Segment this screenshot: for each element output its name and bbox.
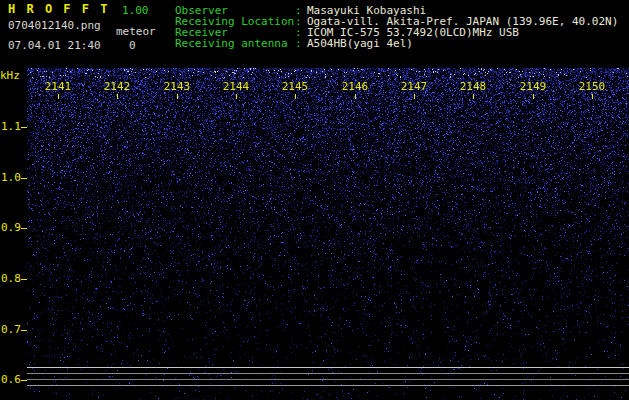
mode-label: meteor xyxy=(116,26,156,37)
time-tick xyxy=(58,94,59,99)
time-tick xyxy=(355,94,356,99)
freq-label: 1.0 xyxy=(1,172,23,183)
time-label: 2149 xyxy=(519,81,547,92)
freq-label: 0.7 xyxy=(1,324,23,335)
station-info: Observer:Masayuki Kobayashi Receiving Lo… xyxy=(175,5,618,49)
time-label: 2142 xyxy=(103,81,131,92)
app-title: H R O F F T xyxy=(8,4,109,15)
freq-tick xyxy=(21,330,27,331)
time-tick xyxy=(414,94,415,99)
info-row-antenna: Receiving antenna:A504HB(yagi 4el) xyxy=(175,38,618,49)
freq-tick xyxy=(21,178,27,179)
freq-label: 0.8 xyxy=(1,273,23,284)
signal-baseline xyxy=(27,385,629,386)
time-label: 2146 xyxy=(341,81,369,92)
freq-tick xyxy=(21,127,27,128)
time-tick xyxy=(473,94,474,99)
app-version: 1.00 xyxy=(122,5,149,16)
time-label: 2147 xyxy=(400,81,428,92)
time-tick xyxy=(295,94,296,99)
signal-baseline xyxy=(27,379,629,380)
time-label: 2141 xyxy=(44,81,72,92)
time-tick xyxy=(236,94,237,99)
signal-baseline xyxy=(27,373,629,374)
freq-tick xyxy=(21,380,27,381)
time-tick xyxy=(533,94,534,99)
freq-label: 0.6 xyxy=(1,374,23,385)
freq-label: 1.1 xyxy=(1,121,23,132)
time-tick xyxy=(117,94,118,99)
time-label: 2143 xyxy=(163,81,191,92)
info-colon: : xyxy=(295,38,307,49)
freq-tick xyxy=(21,228,27,229)
info-label: Receiving antenna xyxy=(175,38,295,49)
info-value: A504HB(yagi 4el) xyxy=(307,37,413,50)
spectrogram-canvas xyxy=(27,68,629,400)
freq-label: 0.9 xyxy=(1,222,23,233)
time-tick xyxy=(592,94,593,99)
echo-count: 0 xyxy=(129,40,136,51)
time-label: 2145 xyxy=(281,81,309,92)
datetime-label: 07.04.01 21:40 xyxy=(8,40,101,51)
freq-unit-label: kHz xyxy=(0,70,20,81)
signal-baseline xyxy=(27,367,629,368)
time-tick xyxy=(177,94,178,99)
hrofft-window: H R O F F T 1.00 0704012140.png meteor 0… xyxy=(0,0,629,400)
time-label: 2150 xyxy=(578,81,606,92)
time-label: 2144 xyxy=(222,81,250,92)
time-label: 2148 xyxy=(459,81,487,92)
output-filename: 0704012140.png xyxy=(8,20,101,31)
freq-tick xyxy=(21,279,27,280)
